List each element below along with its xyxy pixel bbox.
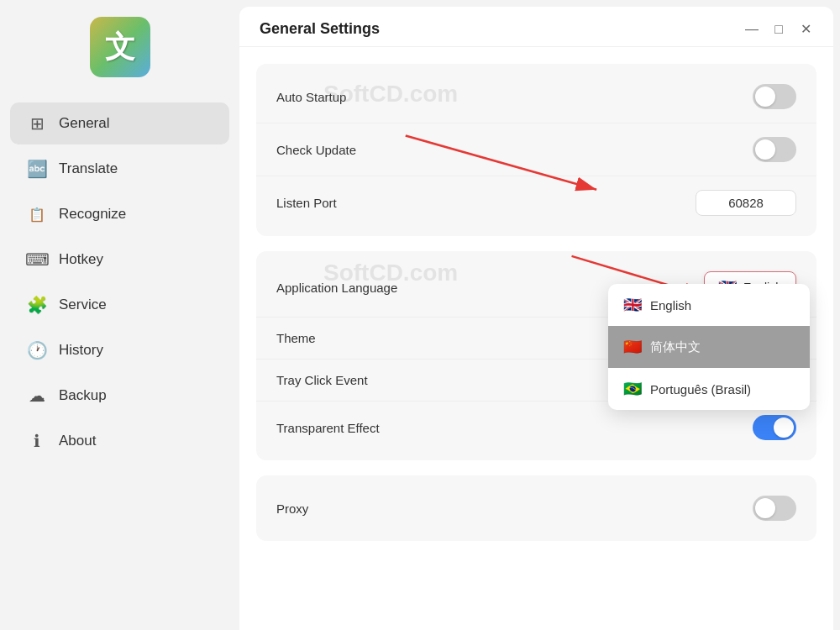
transparent-effect-label: Transparent Effect bbox=[276, 421, 380, 435]
minimize-button[interactable]: — bbox=[744, 22, 759, 37]
app-language-label: Application Language bbox=[276, 281, 397, 295]
dropdown-item-english[interactable]: 🇬🇧 English bbox=[608, 284, 810, 326]
proxy-row: Proxy bbox=[256, 482, 816, 534]
close-button[interactable]: ✕ bbox=[798, 22, 813, 37]
general-icon: ⊞ bbox=[27, 113, 47, 134]
listen-port-input[interactable] bbox=[696, 190, 796, 216]
settings-section-1: SoftCD.com Auto Startup Check Update Lis… bbox=[256, 64, 816, 236]
sidebar-item-about[interactable]: ℹ About bbox=[10, 420, 229, 462]
portuguese-label: Português (Brasil) bbox=[650, 382, 751, 396]
sidebar-label-backup: Backup bbox=[59, 387, 107, 404]
title-bar: General Settings — □ ✕ bbox=[239, 7, 833, 47]
nav-items: ⊞ General 🔤 Translate 📋 Recognize ⌨ Hotk… bbox=[0, 102, 239, 462]
portuguese-flag: 🇧🇷 bbox=[623, 380, 642, 398]
dropdown-item-chinese[interactable]: 🇨🇳 简体中文 bbox=[608, 326, 810, 368]
service-icon: 🧩 bbox=[27, 295, 47, 315]
check-update-row: Check Update bbox=[256, 123, 816, 176]
chinese-label: 简体中文 bbox=[650, 339, 701, 355]
auto-startup-thumb bbox=[755, 87, 775, 107]
history-icon: 🕐 bbox=[27, 340, 47, 360]
auto-startup-toggle[interactable] bbox=[753, 84, 796, 109]
sidebar: 文 ⊞ General 🔤 Translate 📋 Recognize ⌨ Ho… bbox=[0, 0, 239, 630]
listen-port-row: Listen Port bbox=[256, 176, 816, 229]
sidebar-item-history[interactable]: 🕐 History bbox=[10, 329, 229, 371]
translate-icon: 🔤 bbox=[27, 159, 47, 179]
sidebar-item-recognize[interactable]: 📋 Recognize bbox=[10, 193, 229, 235]
main-content: General Settings — □ ✕ SoftCD.com Auto S… bbox=[239, 7, 833, 630]
check-update-thumb bbox=[755, 139, 775, 160]
check-update-toggle[interactable] bbox=[753, 137, 796, 162]
proxy-toggle[interactable] bbox=[753, 496, 796, 521]
settings-section-3: Proxy bbox=[256, 475, 816, 541]
window-title: General Settings bbox=[260, 20, 380, 38]
auto-startup-row: Auto Startup bbox=[256, 71, 816, 123]
sidebar-label-hotkey: Hotkey bbox=[59, 251, 103, 268]
window-controls: — □ ✕ bbox=[744, 22, 813, 37]
tray-click-label: Tray Click Event bbox=[276, 373, 368, 387]
maximize-button[interactable]: □ bbox=[771, 22, 786, 37]
transparent-effect-thumb bbox=[774, 417, 794, 438]
language-dropdown: 🇬🇧 English 🇨🇳 简体中文 🇧🇷 Português (Brasil) bbox=[608, 284, 810, 410]
proxy-thumb bbox=[755, 498, 775, 518]
backup-icon: ☁ bbox=[27, 386, 47, 406]
dropdown-item-portuguese[interactable]: 🇧🇷 Português (Brasil) bbox=[608, 368, 810, 410]
transparent-effect-toggle[interactable] bbox=[753, 415, 796, 440]
recognize-icon: 📋 bbox=[27, 204, 47, 224]
sidebar-label-translate: Translate bbox=[59, 160, 118, 177]
sidebar-label-about: About bbox=[59, 433, 96, 449]
theme-label: Theme bbox=[276, 331, 316, 345]
sidebar-item-translate[interactable]: 🔤 Translate bbox=[10, 148, 229, 190]
app-logo: 文 bbox=[90, 17, 150, 77]
hotkey-icon: ⌨ bbox=[27, 249, 47, 270]
sidebar-label-history: History bbox=[59, 342, 103, 359]
english-flag: 🇬🇧 bbox=[623, 296, 642, 314]
about-icon: ℹ bbox=[27, 431, 47, 451]
sidebar-label-recognize: Recognize bbox=[59, 206, 126, 223]
chinese-flag: 🇨🇳 bbox=[623, 338, 642, 356]
listen-port-label: Listen Port bbox=[276, 196, 337, 210]
sidebar-item-general[interactable]: ⊞ General bbox=[10, 102, 229, 144]
check-update-label: Check Update bbox=[276, 143, 356, 157]
auto-startup-label: Auto Startup bbox=[276, 90, 346, 104]
sidebar-label-service: Service bbox=[59, 297, 107, 313]
app-window: 文 ⊞ General 🔤 Translate 📋 Recognize ⌨ Ho… bbox=[0, 0, 840, 630]
sidebar-item-service[interactable]: 🧩 Service bbox=[10, 284, 229, 326]
sidebar-item-hotkey[interactable]: ⌨ Hotkey bbox=[10, 239, 229, 281]
proxy-label: Proxy bbox=[276, 501, 308, 516]
sidebar-item-backup[interactable]: ☁ Backup bbox=[10, 375, 229, 417]
sidebar-label-general: General bbox=[59, 115, 109, 132]
english-label: English bbox=[650, 298, 691, 312]
